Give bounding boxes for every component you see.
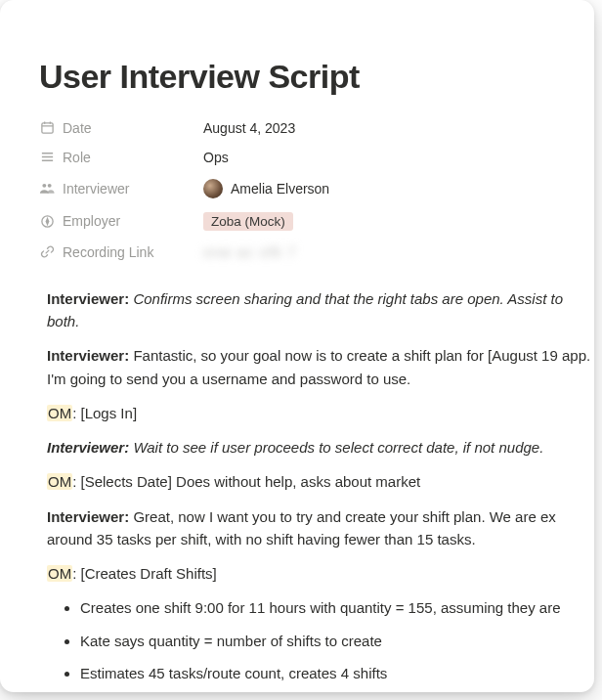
prop-date-label[interactable]: Date [39, 120, 203, 136]
document-page: User Interview Script Date August 4, 202… [0, 0, 594, 692]
om-highlight: OM [47, 405, 72, 421]
bullet-list: Creates one shift 9:00 for 11 hours with… [47, 596, 594, 684]
prop-role-value[interactable]: Ops [203, 150, 594, 165]
prop-label-text: Recording Link [63, 244, 153, 260]
prop-employer-value[interactable]: Zoba (Mock) [203, 212, 594, 231]
prop-role-label[interactable]: Role [39, 150, 203, 165]
transcript-body: Interviewer: Confirms screen sharing and… [39, 287, 594, 684]
prop-label-text: Interviewer [63, 181, 129, 197]
svg-point-7 [42, 184, 46, 188]
speaker-text: : [Creates Draft Shifts] [72, 565, 217, 582]
employer-tag: Zoba (Mock) [203, 212, 293, 231]
redacted-text: xnw ac ofk 7 [203, 244, 297, 260]
svg-marker-10 [45, 217, 49, 226]
speaker-text: Wait to see if user proceeds to select c… [133, 439, 543, 456]
speaker-label: Interviewer: [47, 508, 129, 525]
prop-label-text: Role [63, 150, 91, 165]
page-title: User Interview Script [39, 57, 594, 97]
transcript-line: Interviewer: Great, now I want you to tr… [47, 505, 594, 551]
prop-recording-value[interactable]: xnw ac ofk 7 [203, 244, 594, 260]
speaker-text: : [Selects Date] Does without help, asks… [72, 473, 420, 490]
prop-interviewer-label[interactable]: Interviewer [39, 181, 203, 197]
svg-rect-0 [41, 123, 52, 133]
transcript-line: OM: [Creates Draft Shifts] [47, 562, 594, 585]
speaker-text: : [Logs In] [72, 405, 137, 421]
transcript-line: OM: [Selects Date] Does without help, as… [47, 470, 594, 493]
om-highlight: OM [47, 473, 72, 490]
transcript-line: Interviewer: Wait to see if user proceed… [47, 436, 594, 459]
prop-label-text: Employer [63, 213, 120, 229]
list-item: Kate says quantity = number of shifts to… [80, 630, 594, 652]
people-icon [39, 181, 55, 197]
list-item: Creates one shift 9:00 for 11 hours with… [80, 596, 594, 619]
prop-recording-label[interactable]: Recording Link [39, 244, 203, 260]
calendar-icon [39, 120, 55, 136]
speaker-label: Interviewer: [47, 290, 129, 307]
list-icon [39, 150, 55, 165]
target-icon [39, 213, 55, 229]
link-icon [39, 244, 55, 260]
transcript-line: OM: [Logs In] [47, 402, 594, 424]
prop-employer-label[interactable]: Employer [39, 213, 203, 229]
transcript-line: Interviewer: Fantastic, so your goal now… [47, 344, 594, 390]
prop-interviewer-value[interactable]: Amelia Elverson [203, 179, 594, 198]
list-item: Estimates 45 tasks/route count, creates … [80, 662, 594, 684]
speaker-label: Interviewer: [47, 347, 129, 364]
speaker-text: Fantastic, so your goal now is to create… [47, 347, 590, 386]
transcript-line: Interviewer: Confirms screen sharing and… [47, 287, 594, 333]
svg-point-8 [48, 184, 52, 188]
prop-label-text: Date [63, 120, 92, 136]
speaker-label: Interviewer: [47, 439, 129, 456]
avatar [203, 179, 223, 198]
properties-block: Date August 4, 2023 Role Ops [39, 120, 594, 260]
om-highlight: OM [47, 565, 72, 582]
prop-date-value[interactable]: August 4, 2023 [203, 120, 594, 136]
